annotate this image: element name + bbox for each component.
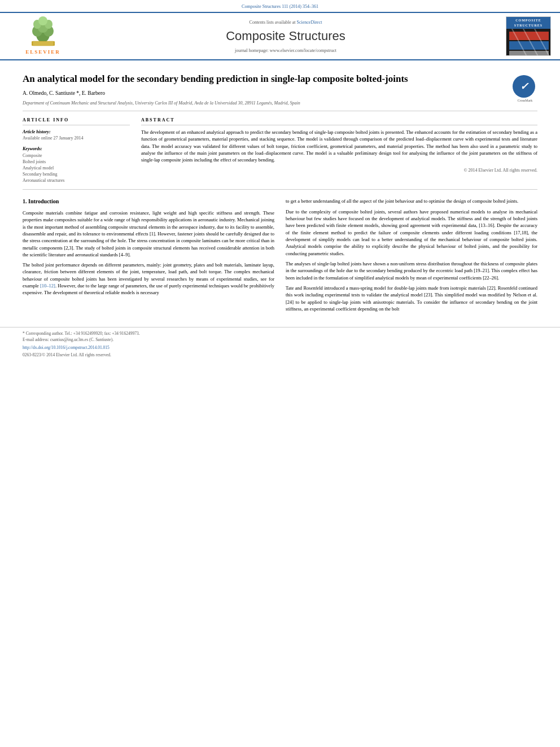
history-label: Article history: (23, 129, 130, 135)
footer-email-suffix: (C. Santiuste). (89, 337, 113, 342)
abstract-column: ABSTRACT The development of an enhanced … (141, 117, 537, 184)
article-authors-line: A. Olmedo, C. Santiuste *, E. Barbero (23, 90, 507, 97)
keyword-2: Analytical model (23, 165, 130, 171)
crossmark-icon: ✓ (513, 75, 535, 98)
body-column-left: 1. Introduction Composite materials comb… (23, 198, 274, 316)
sciencedirect-line: Contents lists available at ScienceDirec… (77, 19, 495, 25)
intro-para-2: The bolted joint performance depends on … (23, 261, 274, 296)
footer-email-link[interactable]: csantius@ing.uc3m.es (50, 337, 88, 342)
article-body: 1. Introduction Composite materials comb… (23, 190, 537, 316)
svg-marker-12 (509, 41, 549, 50)
homepage-label: journal homepage: (235, 48, 269, 53)
doi-link[interactable]: http://dx.doi.org/10.1016/j.compstruct.2… (23, 345, 110, 350)
crossmark-badge[interactable]: ✓ CrossMark (513, 75, 537, 100)
abstract-text: The development of an enhanced analytica… (141, 129, 537, 164)
intro-para-6: Tate and Rosenfeld introduced a mass-spr… (286, 285, 537, 312)
journal-header: ELSEVIER Contents lists available at Sci… (0, 12, 560, 60)
elsevier-tree-icon (25, 16, 62, 47)
keywords-label: Keywords: (23, 146, 130, 152)
keywords-section: Keywords: Composite Bolted joints Analyt… (23, 146, 130, 184)
email-label: E-mail address: (23, 337, 49, 342)
intro-para-4: Due to the complexity of composite bolte… (286, 208, 537, 257)
sciencedirect-link[interactable]: ScienceDirect (297, 20, 322, 25)
keyword-1: Bolted joints (23, 159, 130, 165)
crossmark-label: CrossMark (513, 98, 537, 103)
available-online: Available online 27 January 2014 (23, 135, 130, 141)
footer-footnote: * Corresponding author. Tel.: +34 916249… (23, 331, 537, 343)
journal-title: Composite Structures (77, 28, 495, 45)
footer-copyright: 0263-8223/© 2014 Elsevier Ltd. All right… (23, 352, 537, 359)
elsevier-logo-area: ELSEVIER (9, 16, 77, 56)
article-info-column: ARTICLE INFO Article history: Available … (23, 117, 130, 184)
journal-logo-top-text: COMPOSITE STRUCTURES (506, 17, 550, 29)
svg-rect-9 (33, 41, 54, 46)
intro-para-5: The analyses of single-lap bolted joints… (286, 260, 537, 281)
journal-logo-graphic (506, 29, 550, 55)
body-column-right: to get a better understanding of all the… (286, 198, 537, 316)
article-history-group: Article history: Available online 27 Jan… (23, 129, 130, 141)
article-title-area: An analytical model for the secondary be… (23, 73, 507, 106)
author-names: A. Olmedo, C. Santiuste *, E. Barbero (23, 90, 105, 96)
intro-heading: 1. Introduction (23, 198, 274, 206)
article-content: An analytical model for the secondary be… (0, 60, 560, 321)
journal-logo-svg-icon (506, 29, 550, 55)
footer-doi[interactable]: http://dx.doi.org/10.1016/j.compstruct.2… (23, 345, 537, 351)
journal-citation: Composite Structures 111 (2014) 354–361 (0, 0, 560, 12)
svg-marker-13 (509, 51, 549, 55)
keyword-0: Composite (23, 152, 130, 159)
journal-logo-right: COMPOSITE STRUCTURES (495, 16, 551, 56)
footnote-star-text: * Corresponding author. Tel.: +34 916249… (23, 331, 140, 336)
abstract-copyright: © 2014 Elsevier Ltd. All rights reserved… (141, 167, 537, 173)
keyword-3: Secondary bending (23, 171, 130, 177)
article-title-section: An analytical model for the secondary be… (23, 66, 537, 111)
intro-para-3: to get a better understanding of all the… (286, 198, 537, 204)
elsevier-logo: ELSEVIER (25, 16, 62, 56)
article-title: An analytical model for the secondary be… (23, 73, 507, 85)
contents-label: Contents lists available at (250, 20, 296, 25)
article-affiliation: Department of Continuum Mechanic and Str… (23, 100, 507, 106)
journal-homepage: journal homepage: www.elsevier.com/locat… (77, 47, 495, 54)
article-info-abstract-section: ARTICLE INFO Article history: Available … (23, 111, 537, 190)
homepage-url: www.elsevier.com/locate/compstruct (270, 48, 336, 53)
abstract-label: ABSTRACT (141, 117, 537, 125)
intro-para-1: Composite materials combine fatigue and … (23, 209, 274, 258)
citation-text: Composite Structures 111 (2014) 354–361 (242, 4, 318, 9)
page-footer: * Corresponding author. Tel.: +34 916249… (0, 327, 560, 361)
ref-10-12: [10–12] (40, 283, 55, 289)
elsevier-brand-text: ELSEVIER (25, 49, 60, 56)
journal-center-info: Contents lists available at ScienceDirec… (77, 19, 495, 54)
article-info-label: ARTICLE INFO (23, 117, 130, 125)
journal-logo-box: COMPOSITE STRUCTURES (506, 16, 551, 56)
page: Composite Structures 111 (2014) 354–361 (0, 0, 560, 747)
keyword-4: Aeronautical structures (23, 177, 130, 184)
svg-point-7 (38, 16, 47, 25)
